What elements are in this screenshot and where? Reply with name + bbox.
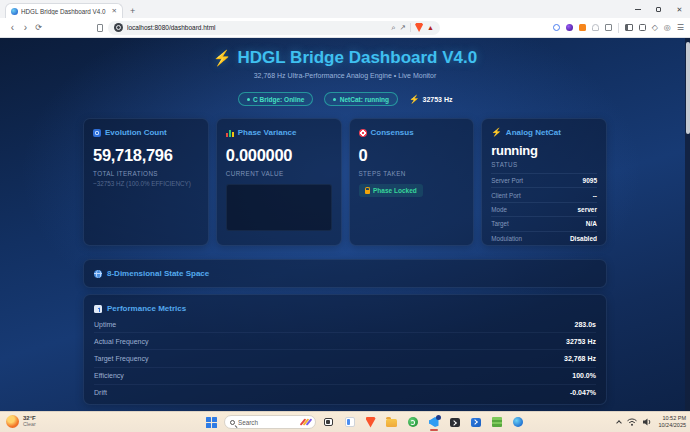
lock-icon bbox=[365, 190, 370, 194]
site-info-icon[interactable] bbox=[114, 23, 123, 32]
taskbar-center: Search bbox=[203, 412, 526, 432]
weather-icon bbox=[6, 415, 19, 428]
wifi-icon[interactable] bbox=[627, 418, 637, 426]
window-controls: ✕ bbox=[627, 0, 690, 18]
menu-icon[interactable]: ☰ bbox=[677, 24, 684, 32]
volume-icon[interactable] bbox=[643, 418, 652, 426]
back-button[interactable]: ‹ bbox=[6, 23, 19, 33]
netcat-detail-rows: Server Port 9095 Client Port -- Mode ser… bbox=[491, 173, 597, 245]
bolt-icon: ⚡ bbox=[213, 49, 232, 67]
state-space-panel: 8-Dimensional State Space bbox=[83, 259, 607, 288]
brave-app-icon[interactable] bbox=[362, 414, 379, 431]
screenshot-extension-icon[interactable] bbox=[605, 24, 612, 31]
screen: HDGL Bridge Dashboard V4.0 ✕ + ✕ ‹ › ⟳ l… bbox=[0, 0, 690, 432]
minimize-button[interactable] bbox=[627, 0, 648, 18]
new-tab-button[interactable]: + bbox=[130, 7, 135, 16]
tray-chevron-up-icon[interactable] bbox=[617, 420, 623, 426]
zoom-icon[interactable]: ⌕ bbox=[392, 24, 396, 32]
table-row: Uptime 283.0s bbox=[94, 316, 596, 333]
wallet-icon[interactable] bbox=[639, 24, 646, 31]
clock-date: 10/24/2025 bbox=[658, 422, 686, 429]
consensus-label: STEPS TAKEN bbox=[359, 170, 465, 177]
evolution-value: 59,718,796 bbox=[93, 146, 199, 165]
system-tray: 10:52 PM 10/24/2025 bbox=[617, 412, 686, 432]
status-dot-icon bbox=[247, 98, 250, 101]
sidebar-icon[interactable] bbox=[625, 24, 633, 31]
ghost-extension-icon[interactable] bbox=[592, 24, 599, 31]
divider bbox=[410, 23, 411, 32]
page-scrollbar[interactable] bbox=[685, 38, 690, 411]
browser-app-icon[interactable] bbox=[509, 414, 526, 431]
performance-metrics-panel: Performance Metrics Uptime 283.0s Actual… bbox=[83, 294, 607, 405]
url-text[interactable]: localhost:8080/dashboard.html bbox=[127, 24, 388, 31]
consensus-card: Consensus 0 STEPS TAKEN Phase Locked bbox=[349, 118, 475, 246]
purple-extension-icon[interactable] bbox=[566, 24, 573, 31]
table-row: Target Frequency 32,768 Hz bbox=[94, 350, 596, 367]
card-title: Phase Variance bbox=[238, 128, 297, 137]
green-app-icon[interactable] bbox=[404, 414, 421, 431]
forward-button[interactable]: › bbox=[19, 23, 32, 33]
table-row: Server Port 9095 bbox=[491, 173, 597, 187]
link-extension-icon[interactable] bbox=[553, 24, 560, 31]
evolution-label: TOTAL ITERATIONS bbox=[93, 170, 199, 177]
browser-tab[interactable]: HDGL Bridge Dashboard V4.0 ✕ bbox=[5, 3, 123, 18]
phase-value: 0.000000 bbox=[226, 146, 332, 165]
tab-strip: HDGL Bridge Dashboard V4.0 ✕ + ✕ bbox=[0, 0, 690, 18]
close-button[interactable]: ✕ bbox=[669, 0, 690, 18]
address-bar[interactable]: localhost:8080/dashboard.html ⌕ ↗ ▲ bbox=[108, 21, 440, 35]
reload-button[interactable]: ⟳ bbox=[32, 24, 45, 32]
clock-time: 10:52 PM bbox=[662, 415, 686, 422]
card-title: Evolution Count bbox=[105, 128, 167, 137]
weather-condition: Clear bbox=[23, 421, 36, 427]
metamask-extension-icon[interactable] bbox=[579, 24, 586, 31]
panel-title: Performance Metrics bbox=[107, 304, 186, 313]
start-button[interactable] bbox=[203, 414, 220, 431]
terminal-icon[interactable] bbox=[446, 414, 463, 431]
file-explorer-icon[interactable] bbox=[383, 414, 400, 431]
phase-locked-badge: Phase Locked bbox=[359, 184, 423, 197]
scrollbar-thumb[interactable] bbox=[686, 42, 690, 134]
search-label: Search bbox=[238, 419, 299, 426]
netcat-value: running bbox=[491, 143, 597, 158]
table-row: Drift -0.047% bbox=[94, 385, 596, 401]
globe-icon bbox=[94, 270, 102, 278]
page-title: ⚡ HDGL Bridge Dashboard V4.0 bbox=[83, 48, 607, 68]
bridge-status-badge: C Bridge: Online bbox=[238, 92, 314, 106]
vscode-icon[interactable] bbox=[425, 414, 442, 431]
frequency-readout: ⚡ 32753 Hz bbox=[409, 94, 453, 104]
taskbar-clock[interactable]: 10:52 PM 10/24/2025 bbox=[658, 415, 686, 428]
stat-cards: Evolution Count 59,718,796 TOTAL ITERATI… bbox=[83, 118, 607, 246]
green-grid-app-icon[interactable] bbox=[488, 414, 505, 431]
tab-close-icon[interactable]: ✕ bbox=[112, 8, 117, 15]
table-row: Modulation Disabled bbox=[491, 231, 597, 245]
bookmark-icon[interactable] bbox=[97, 24, 103, 32]
powershell-icon[interactable] bbox=[467, 414, 484, 431]
extensions-area: ◇ ◎ ☰ bbox=[553, 23, 684, 33]
warning-icon[interactable]: ▲ bbox=[427, 24, 434, 31]
evolution-count-card: Evolution Count 59,718,796 TOTAL ITERATI… bbox=[83, 118, 209, 246]
weather-widget[interactable]: 32°F Clear bbox=[6, 415, 36, 428]
task-view-button[interactable] bbox=[320, 414, 337, 431]
panel-title: 8-Dimensional State Space bbox=[107, 269, 209, 278]
taskbar: 32°F Clear Search bbox=[0, 411, 690, 432]
rewards-icon[interactable]: ◇ bbox=[652, 24, 658, 32]
phase-sparkline bbox=[226, 184, 332, 231]
table-row: Actual Frequency 32753 Hz bbox=[94, 333, 596, 350]
analog-netcat-card: ⚡ Analog NetCat running STATUS Server Po… bbox=[481, 118, 607, 246]
netcat-status-badge: NetCat: running bbox=[324, 92, 398, 106]
share-icon[interactable]: ↗ bbox=[400, 24, 406, 32]
evolution-icon bbox=[93, 129, 101, 137]
divider bbox=[618, 23, 619, 33]
taskbar-search[interactable]: Search bbox=[224, 415, 316, 430]
page-viewport: ⚡ HDGL Bridge Dashboard V4.0 32,768 Hz U… bbox=[0, 38, 690, 411]
vpn-icon[interactable]: ◎ bbox=[664, 24, 671, 32]
maximize-button[interactable] bbox=[648, 0, 669, 18]
evolution-sub: ~32753 HZ (100.0% EFFICIENCY) bbox=[93, 180, 199, 187]
app-window-icon[interactable] bbox=[341, 414, 358, 431]
metrics-rows: Uptime 283.0s Actual Frequency 32753 Hz … bbox=[94, 316, 596, 401]
tab-favicon-icon bbox=[11, 8, 18, 15]
status-row: C Bridge: Online NetCat: running ⚡ 32753… bbox=[83, 92, 607, 106]
consensus-value: 0 bbox=[359, 146, 465, 165]
search-icon bbox=[230, 420, 235, 425]
brave-shield-icon[interactable] bbox=[415, 23, 423, 32]
